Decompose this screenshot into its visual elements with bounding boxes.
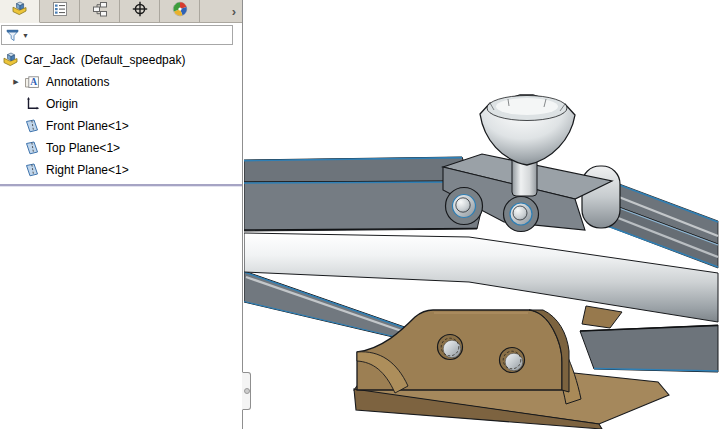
tree-item-assembly-root[interactable]: Car_Jack(Default_speedpak) [0,49,242,71]
feature-tree: Car_Jack(Default_speedpak) ▶ A Annotatio… [0,45,242,187]
configurations-icon [92,1,108,21]
tree-item-annotations[interactable]: ▶ A Annotations [0,71,242,93]
expander-arrow-icon[interactable]: ▶ [8,78,24,86]
pin-joint-right[interactable] [504,197,539,232]
tree-item-right-plane[interactable]: Right Plane<1> [0,159,242,181]
dimxpert-target-icon [132,1,148,21]
base-hole-right[interactable] [500,348,525,373]
lower-right-arm[interactable] [580,325,718,372]
panel-splitter-handle[interactable] [242,372,251,410]
solidworks-window: › ▼ [0,0,722,429]
tab-featuremanager[interactable] [0,0,40,23]
tab-dimxpertmanager[interactable] [120,0,160,22]
pin-joint-left[interactable] [446,188,483,225]
rear-left-arm[interactable] [244,157,471,182]
tree-item-top-plane[interactable]: Top Plane<1> [0,137,242,159]
tree-root-label: Car_Jack(Default_speedpak) [24,53,185,67]
graphics-area[interactable] [244,0,722,429]
property-list-icon [52,1,68,21]
svg-text:A: A [30,77,37,87]
tab-displaymanager[interactable] [160,0,200,22]
annotations-icon: A [24,74,41,90]
tab-propertymanager[interactable] [40,0,80,22]
origin-axes-icon [24,96,41,112]
plane-icon [24,140,41,156]
funnel-filter-icon[interactable] [5,28,20,43]
tree-item-label: Front Plane<1> [46,119,129,133]
tree-item-label: Origin [46,97,78,111]
tree-item-label: Annotations [46,75,109,89]
assembly-tree-icon [11,1,28,21]
model-canvas[interactable] [244,0,722,429]
tree-item-label: Top Plane<1> [46,141,120,155]
tree-rollback-bar[interactable] [0,184,242,187]
dropdown-caret-icon[interactable]: ▼ [22,32,29,39]
tab-configurationmanager[interactable] [80,0,120,22]
base-hole-left[interactable] [438,335,463,360]
display-appearance-icon [172,1,188,21]
tree-item-origin[interactable]: Origin [0,93,242,115]
filter-bar[interactable]: ▼ [1,25,233,45]
plane-icon [24,118,41,134]
panel-tab-bar: › [0,0,242,23]
assembly-icon [2,52,19,68]
filter-input[interactable] [29,26,232,44]
featuremanager-panel: › ▼ [0,0,243,429]
tab-overflow-chevron[interactable]: › [227,0,241,22]
tree-item-label: Right Plane<1> [46,163,129,177]
splitter-grip-dot [244,388,250,394]
tree-item-front-plane[interactable]: Front Plane<1> [0,115,242,137]
plane-icon [24,162,41,178]
